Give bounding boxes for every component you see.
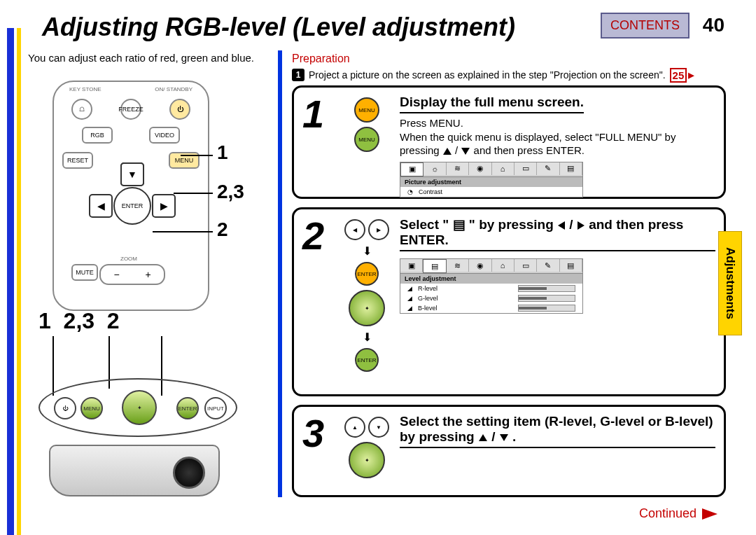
continued-label: Continued (639, 506, 696, 521)
triangle-down-icon (461, 148, 470, 155)
page-reference[interactable]: 25 ▸ (670, 67, 695, 83)
continued-arrow-icon (702, 508, 718, 520)
dpad-enter: ENTER (113, 187, 151, 225)
preparation-text: Project a picture on the screen as expla… (309, 69, 666, 81)
oval-lbl-2: 2 (107, 308, 120, 333)
osd-preview-1: ▣ ☼≋◉ ⌂▭✎▤ Picture adjustment ◔Contrast (400, 162, 583, 197)
dpad-right-icon: ▶ (152, 194, 176, 218)
intro-text: You can adjust each ratio of red, green … (28, 52, 254, 64)
pointer-lbl-1: 1 (217, 141, 228, 164)
osd2-active-tab: ▤ (423, 259, 446, 273)
step-3: 3 ▲ ▼ ✦ Select the setting item (R-level… (292, 405, 726, 497)
remote-btn-video: VIDEO (149, 127, 180, 144)
down-button-icon: ▼ (368, 417, 389, 438)
dpad-left-icon: ◀ (89, 194, 113, 218)
osd-tab-icon: ▣ (400, 162, 424, 176)
triangle-up-icon-2 (479, 434, 487, 441)
panel-btn-enter: ENTER (176, 397, 199, 419)
remote-btn-mute: MUTE (71, 264, 98, 281)
osd2-header: Level adjustment (400, 274, 582, 284)
left-stripe (7, 0, 21, 535)
vertical-separator (278, 50, 282, 497)
osd-preview-2: ▣▤ ≋◉ ⌂▭✎▤ Level adjustment ◢R-level ◢G-… (400, 258, 583, 314)
slider-icon (518, 305, 575, 312)
oval-lbl-23: 2,3 (64, 308, 94, 333)
remote-label-keystone: KEY STONE (69, 86, 102, 92)
step1-line2b: / (455, 144, 461, 156)
down-arrow-icon: ⬇ (363, 244, 372, 258)
preparation-row: 1 Project a picture on the screen as exp… (292, 67, 694, 83)
nav-pad-icon-2: ✦ (349, 442, 385, 478)
page-number: 40 (703, 14, 724, 36)
slider-icon (518, 295, 575, 302)
down-arrow-icon-2: ⬇ (363, 331, 372, 344)
panel-btn-power: ⏻ (54, 397, 76, 419)
triangle-left-icon (558, 221, 565, 230)
step2-title: Select " ▤ " by pressing / and then pres… (400, 216, 715, 251)
preparation-label: Preparation (292, 53, 350, 65)
projector-lens-icon (173, 457, 205, 489)
step3-title: Select the setting item (R-level, G-leve… (400, 414, 715, 448)
enter-button-icon: ENTER (355, 262, 379, 286)
triangle-right-icon (578, 221, 584, 230)
pointer-line-23 (174, 193, 213, 194)
pointer-line-1 (181, 155, 213, 156)
remote-btn-standby: ⏻ (169, 99, 190, 120)
osd1-row-contrast: Contrast (419, 188, 442, 195)
remote-zoom-bar: −+ (99, 264, 165, 285)
remote-label-standby: ON/ STANDBY (155, 86, 192, 92)
left-button-icon: ◀ (344, 219, 365, 240)
oval-pointer-labels: 1 2,3 2 (38, 308, 120, 334)
step1-line2c: and then press ENTER. (474, 144, 584, 156)
osd2-row-r: R-level (418, 285, 438, 292)
remote-dpad: ▲ ▼ ◀ ▶ ENTER (89, 162, 173, 246)
remote-btn-rgb: RGB (82, 127, 113, 144)
step-number-3: 3 (302, 414, 334, 485)
panel-btn-input: INPUT (204, 397, 227, 419)
contents-button[interactable]: CONTENTS (601, 13, 690, 39)
projector-top-panel: ⏻ MENU ✦ ENTER INPUT (38, 378, 237, 437)
step-number-2: 2 (302, 216, 334, 384)
page-title: Adjusting RGB-level (Level adjustment) (42, 13, 515, 42)
step-2: 2 ◀ ▶ ⬇ ENTER ✦ ⬇ ENTER Select " ▤ " by … (292, 207, 726, 396)
step1-title: Display the full menu screen. (400, 95, 584, 113)
menu-button-icon: MENU (354, 97, 379, 123)
section-tab-adjustments[interactable]: Adjustments (718, 231, 742, 335)
pointer-lbl-23: 2,3 (217, 181, 244, 203)
oval-lbl-1: 1 (38, 308, 51, 333)
projector-illustration (49, 445, 220, 496)
remote-btn-keystone: ☖ (71, 99, 92, 120)
dpad-down-icon: ▼ (120, 162, 144, 186)
panel-btn-menu: MENU (80, 397, 103, 419)
step1-line1: Press MENU. (400, 117, 463, 129)
slider-icon (518, 285, 575, 292)
osd1-header: Picture adjustment (400, 177, 582, 187)
step-number-1: 1 (302, 95, 334, 187)
reference-arrow-icon: ▸ (688, 67, 694, 83)
nav-pad-icon: ✦ (349, 290, 385, 326)
remote-illustration: KEY STONE ON/ STANDBY ☖ FREEZE ⏻ RGB VID… (52, 81, 209, 311)
triangle-down-icon-2 (500, 434, 508, 441)
osd2-row-b: B-level (418, 305, 438, 312)
oval-line-1 (52, 336, 54, 396)
step-1: 1 MENU MENU Display the full menu screen… (292, 85, 726, 199)
remote-btn-freeze: FREEZE (120, 99, 141, 120)
menu-button-icon-green: MENU (354, 127, 379, 152)
preparation-bullet: 1 (292, 69, 304, 81)
enter-button-green-icon: ENTER (355, 348, 379, 372)
remote-label-zoom: ZOOM (120, 256, 137, 262)
osd2-row-g: G-level (418, 295, 438, 302)
continued-indicator[interactable]: Continued (639, 506, 718, 521)
triangle-up-icon (443, 148, 451, 155)
up-button-icon: ▲ (344, 417, 365, 438)
level-icon: ▤ (453, 217, 465, 232)
panel-nav-pad: ✦ (122, 390, 157, 425)
pointer-lbl-2: 2 (217, 218, 228, 241)
right-button-icon: ▶ (368, 219, 389, 240)
pointer-line-2 (153, 231, 213, 232)
